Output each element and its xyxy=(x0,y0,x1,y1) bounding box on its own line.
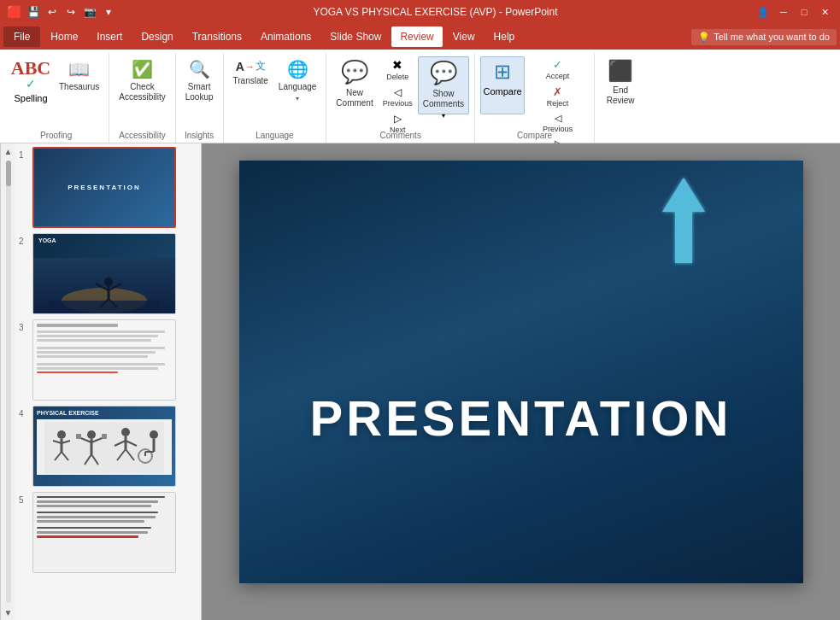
tell-me-text: Tell me what you want to do xyxy=(714,32,830,42)
new-comment-button[interactable]: 💬 NewComment xyxy=(332,56,377,114)
screenshot-icon[interactable]: 📷 xyxy=(82,4,97,20)
delete-icon: ✖ xyxy=(392,58,402,72)
language-button[interactable]: 🌐 Language ▾ xyxy=(274,56,321,114)
end-review-button[interactable]: ⬛ EndReview xyxy=(600,56,641,114)
slide-2-image xyxy=(33,258,175,313)
proofing-label: Proofing xyxy=(9,129,103,143)
slide-2-number: 2 xyxy=(19,233,29,246)
spelling-icon: ABC xyxy=(11,59,50,78)
slide-5-preview xyxy=(33,493,175,572)
save-icon[interactable]: 💾 xyxy=(26,4,41,20)
redo-icon[interactable]: ↪ xyxy=(63,4,79,20)
slide-3-thumb[interactable]: 3 xyxy=(19,319,197,401)
slide-3-line-3 xyxy=(37,339,151,342)
menu-file[interactable]: File xyxy=(3,26,40,47)
previous-comment-icon: ◁ xyxy=(394,86,402,98)
menu-animations[interactable]: Animations xyxy=(252,26,320,47)
menu-insert[interactable]: Insert xyxy=(88,26,131,47)
slide-5-line-7 xyxy=(37,527,151,529)
svg-marker-35 xyxy=(662,178,705,263)
maximize-button[interactable]: □ xyxy=(796,3,813,20)
tell-me-box[interactable]: 💡 Tell me what you want to do xyxy=(691,29,837,45)
scroll-up-button[interactable]: ▲ xyxy=(1,143,16,159)
show-comments-icon: 💬 xyxy=(430,60,457,86)
slide-1-thumbnail: PRESENTATION xyxy=(32,147,176,228)
slide-1-number: 1 xyxy=(19,147,29,160)
undo-icon[interactable]: ↩ xyxy=(44,4,60,20)
menu-transitions[interactable]: Transitions xyxy=(184,26,250,47)
slide-3-line-6 xyxy=(37,355,148,358)
scroll-down-button[interactable]: ▼ xyxy=(1,605,16,620)
menu-view[interactable]: View xyxy=(444,26,484,47)
svg-point-30 xyxy=(150,430,158,439)
translate-button[interactable]: A → 文 Translate xyxy=(229,56,273,114)
slide-main-title: PRESENTATION xyxy=(239,389,803,447)
slide-panel: 1 PRESENTATION 2 YOGA xyxy=(15,143,202,620)
end-review-icon: ⬛ xyxy=(608,59,633,83)
menu-slideshow[interactable]: Slide Show xyxy=(321,26,390,47)
user-icon[interactable]: 👤 xyxy=(755,3,772,20)
show-comments-label: ShowComments xyxy=(423,89,464,109)
delete-label: Delete xyxy=(386,73,408,81)
language-label: Language xyxy=(279,82,317,92)
slide-canvas[interactable]: PRESENTATION xyxy=(239,161,803,583)
svg-point-10 xyxy=(57,430,66,439)
slide-1-thumb[interactable]: 1 PRESENTATION xyxy=(19,147,197,228)
exercise-svg xyxy=(44,422,164,473)
reject-button[interactable]: ✗ Reject xyxy=(526,84,589,109)
main-area: ▲ ▼ 1 PRESENTATION 2 YOGA xyxy=(0,143,840,620)
slide-4-image xyxy=(37,419,172,475)
slide-3-line-8 xyxy=(37,367,158,370)
language-buttons: A → 文 Translate 🌐 Language ▾ xyxy=(229,53,321,129)
quick-access-toolbar: 💾 ↩ ↪ 📷 ▾ xyxy=(26,4,116,20)
minimize-button[interactable]: ─ xyxy=(775,3,792,20)
more-icon[interactable]: ▾ xyxy=(101,4,116,20)
delete-button[interactable]: ✖ Delete xyxy=(379,56,416,83)
end-group-label xyxy=(600,138,641,143)
compare-button[interactable]: ⊞ Compare xyxy=(480,56,525,114)
thesaurus-button[interactable]: 📖 Thesaurus xyxy=(55,56,103,114)
ribbon-group-proofing: ABC ✓ Spelling 📖 Thesaurus Proofing xyxy=(3,53,109,143)
slide-4-thumb[interactable]: 4 PHYSICAL EXERCISE xyxy=(19,406,197,487)
previous-comment-button[interactable]: ◁ Previous xyxy=(379,85,416,109)
slide-3-accent-line xyxy=(37,371,118,373)
slide-5-line-4 xyxy=(37,512,158,513)
smart-lookup-button[interactable]: 🔍 SmartLookup xyxy=(181,56,218,114)
slide-3-preview xyxy=(33,320,175,400)
previous-comment-label: Previous xyxy=(383,99,413,108)
slide-3-header-line xyxy=(37,324,118,327)
slide-1-preview: PRESENTATION xyxy=(34,149,174,226)
end-review-label: EndReview xyxy=(607,85,635,106)
slide-5-line-8 xyxy=(37,531,148,534)
svg-point-16 xyxy=(87,430,96,439)
menu-help[interactable]: Help xyxy=(485,26,524,47)
language-icon: 🌐 xyxy=(287,59,308,79)
accept-button[interactable]: ✓ Accept xyxy=(526,56,589,82)
slide-5-thumb[interactable]: 5 xyxy=(19,492,197,573)
scroll-thumb[interactable] xyxy=(6,161,11,186)
tell-me-icon: 💡 xyxy=(698,32,710,43)
powerpoint-icon: 🟥 xyxy=(7,5,21,19)
spelling-button[interactable]: ABC ✓ Spelling xyxy=(9,56,53,114)
close-button[interactable]: ✕ xyxy=(816,3,833,20)
slide-2-thumb[interactable]: 2 YOGA xyxy=(19,233,197,314)
slide-3-thumbnail xyxy=(32,319,176,401)
menu-design[interactable]: Design xyxy=(132,26,181,47)
check-accessibility-button[interactable]: ✅ CheckAccessibility xyxy=(115,56,169,114)
comments-group-label: Comments xyxy=(332,129,469,143)
ribbon: ABC ✓ Spelling 📖 Thesaurus Proofing ✅ Ch… xyxy=(0,50,840,143)
compare-label: Compare xyxy=(483,86,521,97)
accessibility-buttons: ✅ CheckAccessibility xyxy=(115,53,169,129)
insights-buttons: 🔍 SmartLookup xyxy=(181,53,218,129)
slide-5-thumbnail xyxy=(32,492,176,573)
slide-3-number: 3 xyxy=(19,319,29,332)
svg-rect-20 xyxy=(76,434,81,439)
slide-3-line-2 xyxy=(37,335,158,337)
menu-review[interactable]: Review xyxy=(391,26,442,47)
menu-home[interactable]: Home xyxy=(42,26,86,47)
slide-3-line-5 xyxy=(37,351,156,354)
proofing-buttons: ABC ✓ Spelling 📖 Thesaurus xyxy=(9,53,103,129)
language-group-label: Language xyxy=(229,129,321,143)
show-comments-button[interactable]: 💬 ShowComments ▾ xyxy=(418,56,469,114)
slide-2-preview: YOGA xyxy=(33,234,175,313)
